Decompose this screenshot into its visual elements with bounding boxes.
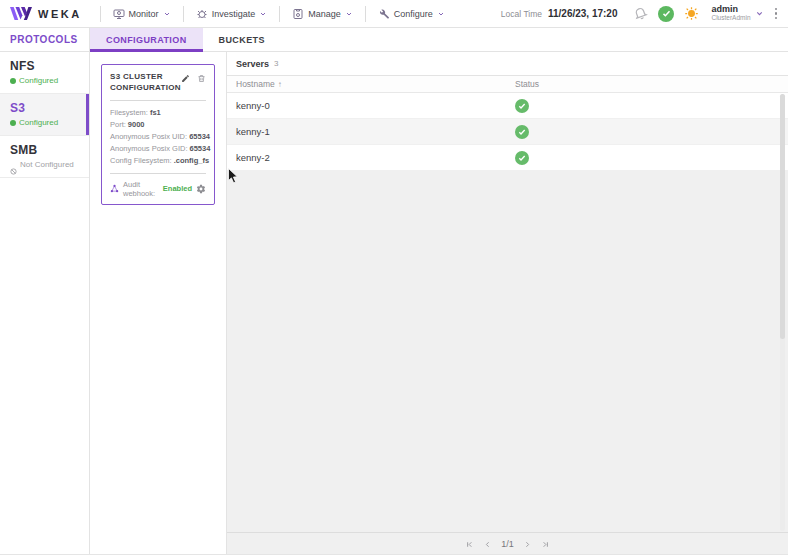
sort-ascending-icon: ↑ [278,80,282,89]
divider [110,173,206,174]
sidebar-item-s3[interactable]: S3 Configured [0,94,89,136]
gear-icon[interactable] [196,184,206,194]
menu-monitor[interactable]: Monitor [109,8,175,20]
protocol-label: SMB [10,143,79,157]
local-time-value: 11/26/23, 17:20 [548,8,618,19]
not-configured-status-icon [10,161,17,168]
weka-logo-icon [10,7,32,20]
column-header-hostname[interactable]: Hostname↑ [227,79,515,89]
configured-status-icon [10,120,16,126]
weka-logo[interactable]: WEKA [10,7,82,20]
configured-status-icon [10,78,16,84]
manage-icon [292,8,304,20]
tab-configuration[interactable]: CONFIGURATION [90,28,203,51]
hostname-cell: kenny-0 [227,100,515,111]
menu-label: Manage [308,9,341,19]
brand-name: WEKA [38,8,82,20]
chevron-down-icon [755,9,764,18]
hostname-cell: kenny-1 [227,126,515,137]
page-title: PROTOCOLS [0,28,90,51]
table-header: Hostname↑ Status [227,76,788,93]
user-menu[interactable]: admin ClusterAdmin [711,5,763,22]
menu-label: Investigate [212,9,256,19]
divider [110,100,206,101]
investigate-icon [196,8,208,20]
user-role: ClusterAdmin [711,15,750,22]
weka-app-window: WEKA Monitor Investigate [0,0,788,555]
status-cell [515,99,788,113]
chevron-down-icon [259,10,267,18]
tab-buckets[interactable]: BUCKETS [203,28,281,51]
divider [365,6,366,22]
section-bar: PROTOCOLS CONFIGURATION BUCKETS [0,28,788,52]
user-name: admin [711,5,738,14]
protocol-label: NFS [10,59,79,73]
menu-label: Monitor [129,9,159,19]
table-row[interactable]: kenny-2 [227,145,788,171]
chevron-down-icon [345,10,353,18]
field-anonymous-posix-uid: Anonymous Posix UID:65534 [110,131,206,143]
menu-label: Configure [394,9,433,19]
card-title: S3 CLUSTER CONFIGURATION [110,72,181,94]
local-time: Local Time 11/26/23, 17:20 [501,8,618,19]
field-anonymous-posix-gid: Anonymous Posix GID:65534 [110,143,206,155]
pagination-bar: 1/1 [227,532,788,555]
local-time-label: Local Time [501,9,542,19]
status-ok-icon [515,99,529,113]
last-page-icon[interactable] [541,540,550,549]
table-empty-area [227,171,788,532]
configure-icon [378,8,390,20]
first-page-icon[interactable] [465,540,474,549]
field-filesystem: Filesystem:fs1 [110,107,206,119]
delete-icon[interactable] [197,74,206,83]
top-bar: WEKA Monitor Investigate [0,0,788,28]
chevron-down-icon [163,10,171,18]
menu-manage[interactable]: Manage [288,8,357,20]
table-scrollbar[interactable] [780,94,785,531]
sidebar-item-nfs[interactable]: NFS Configured [0,52,89,94]
more-options-icon[interactable] [772,5,781,23]
audit-webhook-label: Audit webhook: [123,180,159,198]
next-page-icon[interactable] [523,540,532,549]
field-config-filesystem: Config Filesystem:.config_fs [110,155,206,167]
chevron-down-icon [437,10,445,18]
column-header-status[interactable]: Status [515,79,788,89]
configuration-column: S3 CLUSTER CONFIGURATION Filesystem:fs1 [90,52,227,555]
page-indicator: 1/1 [501,539,514,549]
field-port: Port:9000 [110,119,206,131]
sidebar-item-smb[interactable]: SMB Not Configured [0,136,89,178]
menu-configure[interactable]: Configure [374,8,449,20]
webhook-icon [110,184,119,193]
divider [100,6,101,22]
menu-investigate[interactable]: Investigate [192,8,272,20]
hostname-cell: kenny-2 [227,152,515,163]
s3-cluster-configuration-card: S3 CLUSTER CONFIGURATION Filesystem:fs1 [101,64,215,205]
audit-webhook-row: Audit webhook: Enabled [110,180,206,198]
servers-header: Servers 3 [227,52,788,76]
monitor-icon [113,8,125,20]
divider [183,6,184,22]
audit-webhook-value: Enabled [163,184,192,193]
table-row[interactable]: kenny-1 [227,119,788,145]
table-row[interactable]: kenny-0 [227,93,788,119]
servers-panel: Servers 3 Hostname↑ Status kenny-0 [227,52,788,555]
status-ok-icon [515,125,529,139]
previous-page-icon[interactable] [483,540,492,549]
tab-bar: CONFIGURATION BUCKETS [90,28,281,51]
protocol-label: S3 [10,101,79,115]
status-cell [515,125,788,139]
divider [279,6,280,22]
servers-title: Servers [236,59,269,69]
servers-count-badge: 3 [274,59,278,68]
protocol-status: Not Configured [20,160,74,169]
status-ok-icon [515,151,529,165]
protocols-sidebar: NFS Configured S3 Configured SMB [0,52,90,555]
protocol-status: Configured [19,118,58,127]
status-cell [515,151,788,165]
edit-icon[interactable] [181,74,190,83]
main-menu: Monitor Investigate Manage [109,6,449,22]
protocol-status: Configured [19,76,58,85]
theme-sun-icon[interactable] [684,6,699,21]
cluster-health-ok-icon[interactable] [658,6,674,22]
notifications-icon[interactable] [633,6,648,21]
